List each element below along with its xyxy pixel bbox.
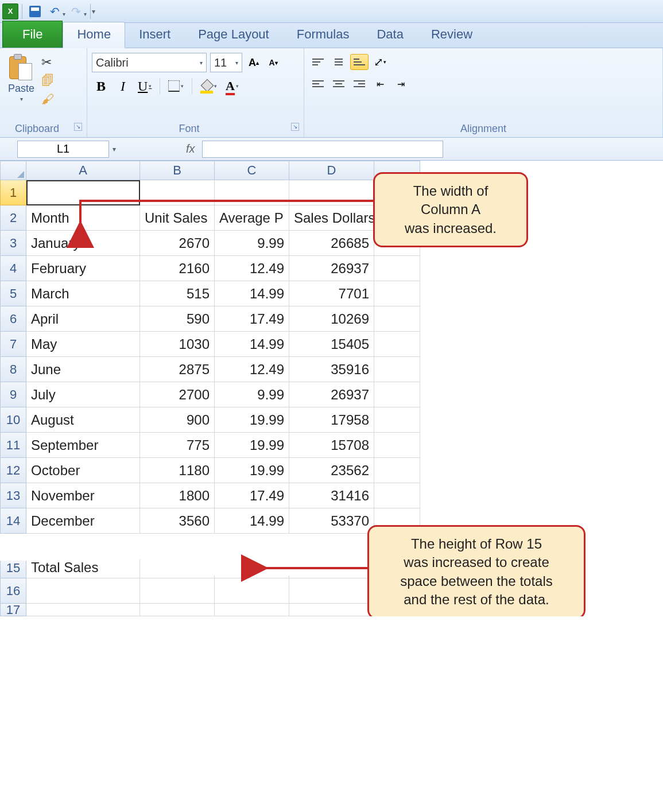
cell-A3[interactable]: January xyxy=(26,231,140,256)
cell-A8[interactable]: June xyxy=(26,357,140,382)
cell-E10[interactable] xyxy=(374,407,420,433)
cell-B9[interactable]: 2700 xyxy=(140,382,215,407)
undo-button[interactable]: ↶ xyxy=(45,3,64,20)
format-painter-button[interactable]: 🖌 xyxy=(41,92,54,107)
fx-icon[interactable]: fx xyxy=(186,142,195,156)
grow-font-button[interactable]: A▴ xyxy=(246,55,262,71)
qat-customize-dropdown[interactable]: ▾ xyxy=(92,7,95,15)
decrease-indent-button[interactable]: ⇤ xyxy=(371,76,389,92)
name-box[interactable]: L1 xyxy=(17,141,109,158)
cell-A16[interactable] xyxy=(26,578,140,604)
tab-home[interactable]: Home xyxy=(63,22,125,48)
cell-D6[interactable]: 10269 xyxy=(289,306,374,332)
cell-D9[interactable]: 26937 xyxy=(289,382,374,407)
cell-A4[interactable]: February xyxy=(26,256,140,281)
cell-C8[interactable]: 12.49 xyxy=(215,357,289,382)
cell-E8[interactable] xyxy=(374,357,420,382)
col-header-D[interactable]: D xyxy=(289,161,374,180)
cell-A15[interactable]: Total Sales xyxy=(26,560,140,578)
row-header-15[interactable]: 15 xyxy=(0,561,26,578)
cell-D2[interactable]: Sales Dollars xyxy=(289,205,374,231)
cell-C3[interactable]: 9.99 xyxy=(215,231,289,256)
cell-C17[interactable] xyxy=(215,604,289,616)
cell-D13[interactable]: 31416 xyxy=(289,483,374,508)
cell-D3[interactable]: 26685 xyxy=(289,231,374,256)
row-header-3[interactable]: 3 xyxy=(0,231,26,256)
cell-A9[interactable]: July xyxy=(26,382,140,407)
font-color-button[interactable]: A▾ xyxy=(223,77,241,95)
cell-D5[interactable]: 7701 xyxy=(289,281,374,306)
cell-C11[interactable]: 19.99 xyxy=(215,433,289,458)
bold-button[interactable]: B xyxy=(92,77,110,95)
col-header-C[interactable]: C xyxy=(215,161,289,180)
cell-B3[interactable]: 2670 xyxy=(140,231,215,256)
cell-A5[interactable]: March xyxy=(26,281,140,306)
cell-B12[interactable]: 1180 xyxy=(140,458,215,483)
font-launcher[interactable]: ↘ xyxy=(291,123,299,131)
row-header-5[interactable]: 5 xyxy=(0,281,26,306)
copy-button[interactable]: 🗐 xyxy=(41,73,54,88)
save-button[interactable] xyxy=(26,3,44,20)
row-header-17[interactable]: 17 xyxy=(0,604,26,616)
cell-D4[interactable]: 26937 xyxy=(289,256,374,281)
cell-E5[interactable] xyxy=(374,281,420,306)
cell-E6[interactable] xyxy=(374,306,420,332)
row-header-14[interactable]: 14 xyxy=(0,508,26,534)
align-left-button[interactable] xyxy=(309,76,327,92)
align-top-button[interactable] xyxy=(309,54,327,70)
tab-insert[interactable]: Insert xyxy=(125,22,184,48)
cell-A14[interactable]: December xyxy=(26,508,140,534)
cell-E4[interactable] xyxy=(374,256,420,281)
undo-dropdown[interactable]: ▾ xyxy=(63,11,65,17)
row-header-11[interactable]: 11 xyxy=(0,433,26,458)
cell-B17[interactable] xyxy=(140,604,215,616)
align-middle-button[interactable] xyxy=(329,54,348,70)
tab-formulas[interactable]: Formulas xyxy=(283,22,363,48)
cell-D14[interactable]: 53370 xyxy=(289,508,374,534)
col-header-B[interactable]: B xyxy=(140,161,215,180)
cell-C7[interactable]: 14.99 xyxy=(215,332,289,357)
shrink-font-button[interactable]: A▾ xyxy=(265,55,281,71)
orientation-button[interactable]: ⤢▾ xyxy=(371,54,389,70)
cell-B11[interactable]: 775 xyxy=(140,433,215,458)
tab-data[interactable]: Data xyxy=(363,22,417,48)
row-header-6[interactable]: 6 xyxy=(0,306,26,332)
cell-A10[interactable]: August xyxy=(26,407,140,433)
italic-button[interactable]: I xyxy=(114,77,132,95)
cell-C1[interactable] xyxy=(215,180,289,205)
increase-indent-button[interactable]: ⇥ xyxy=(391,76,410,92)
cell-C14[interactable]: 14.99 xyxy=(215,508,289,534)
row-header-16[interactable]: 16 xyxy=(0,578,26,604)
cell-A2[interactable]: Month xyxy=(26,205,140,231)
cell-C13[interactable]: 17.49 xyxy=(215,483,289,508)
cell-C6[interactable]: 17.49 xyxy=(215,306,289,332)
redo-button[interactable]: ↷ xyxy=(67,3,85,20)
align-center-button[interactable] xyxy=(329,76,348,92)
cell-C10[interactable]: 19.99 xyxy=(215,407,289,433)
cell-B4[interactable]: 2160 xyxy=(140,256,215,281)
row-header-2[interactable]: 2 xyxy=(0,205,26,231)
cell-B5[interactable]: 515 xyxy=(140,281,215,306)
cell-C9[interactable]: 9.99 xyxy=(215,382,289,407)
tab-file[interactable]: File xyxy=(2,21,63,48)
col-header-A[interactable]: A xyxy=(26,161,140,180)
row-header-13[interactable]: 13 xyxy=(0,483,26,508)
cell-D11[interactable]: 15708 xyxy=(289,433,374,458)
cell-A13[interactable]: November xyxy=(26,483,140,508)
cell-C5[interactable]: 14.99 xyxy=(215,281,289,306)
cell-E12[interactable] xyxy=(374,458,420,483)
align-right-button[interactable] xyxy=(350,76,369,92)
cell-B1[interactable] xyxy=(140,180,215,205)
cell-B2[interactable]: Unit Sales xyxy=(140,205,215,231)
tab-page-layout[interactable]: Page Layout xyxy=(184,22,283,48)
formula-input[interactable] xyxy=(202,141,443,158)
cell-E7[interactable] xyxy=(374,332,420,357)
clipboard-launcher[interactable]: ↘ xyxy=(74,123,82,131)
fill-color-button[interactable]: ▾ xyxy=(198,77,219,95)
cell-C4[interactable]: 12.49 xyxy=(215,256,289,281)
cell-B6[interactable]: 590 xyxy=(140,306,215,332)
cell-A11[interactable]: September xyxy=(26,433,140,458)
cell-D7[interactable]: 15405 xyxy=(289,332,374,357)
redo-dropdown[interactable]: ▾ xyxy=(84,11,87,17)
cut-button[interactable]: ✂ xyxy=(41,55,54,70)
